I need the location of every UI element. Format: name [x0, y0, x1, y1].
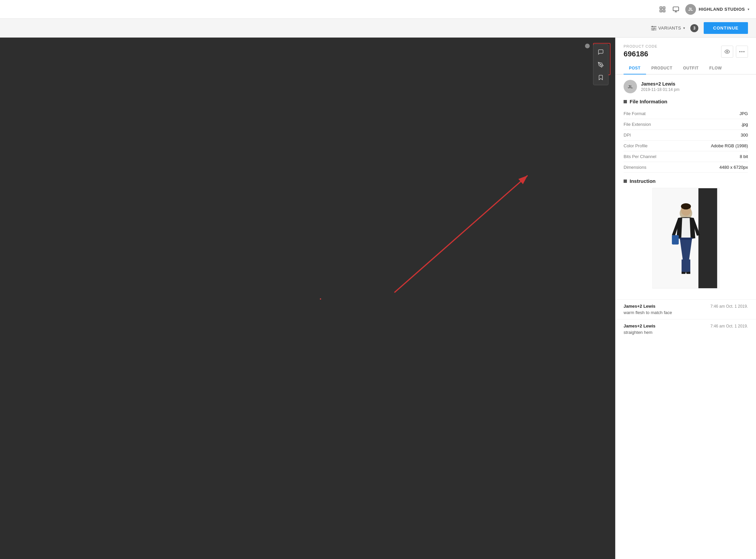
sub-toolbar: VARIANTS ▾ 3 CONTINUE [0, 19, 756, 38]
svg-rect-1 [663, 7, 665, 9]
svg-rect-25 [681, 260, 686, 272]
tab-post[interactable]: POST [623, 62, 646, 74]
tab-product[interactable]: PRODUCT [646, 62, 678, 74]
file-info-row: File FormatJPG [623, 108, 748, 119]
svg-rect-27 [672, 235, 679, 245]
svg-point-17 [739, 51, 740, 52]
comment-author: James+2 Lewis [623, 323, 656, 329]
comment-author: James+2 Lewis [623, 304, 656, 309]
file-info-label: File Extension [623, 119, 682, 130]
user-details: James+2 Lewis 2019-11-18 01:14 pm [641, 81, 680, 92]
file-info-row: Dimensions4480 x 6720px [623, 162, 748, 173]
comment-text: warm flesh to match face [623, 310, 748, 315]
file-info-label: Bits Per Channel [623, 151, 682, 162]
comment-entry: James+2 Lewis 7:46 am Oct. 1 2019. warm … [616, 299, 756, 319]
user-display-name: James+2 Lewis [641, 81, 680, 87]
file-info-table: File FormatJPGFile Extension.jpgDPI300Co… [623, 108, 748, 173]
file-info-row: DPI300 [623, 130, 748, 140]
product-code-label: PRODUCT CODE [623, 44, 657, 48]
comments-container: James+2 Lewis 7:46 am Oct. 1 2019. warm … [616, 299, 756, 339]
instruction-title: Instruction [623, 178, 748, 184]
svg-point-13 [600, 64, 601, 65]
product-code-value: 696186 [623, 50, 657, 59]
file-info-value: Adobe RGB (1998) [682, 140, 748, 151]
file-info-value: JPG [682, 108, 748, 119]
file-info-label: Color Profile [623, 140, 682, 151]
nav-icons [658, 5, 680, 14]
monitor-icon[interactable] [672, 5, 680, 14]
instruction-section: Instruction [616, 178, 756, 299]
comment-time: 7:46 am Oct. 1 2019. [710, 324, 748, 329]
eye-button[interactable] [721, 46, 733, 58]
product-header-actions [721, 46, 748, 58]
file-info-label: Dimensions [623, 162, 682, 173]
product-info: PRODUCT CODE 696186 [623, 44, 657, 59]
instruction-icon [623, 180, 627, 183]
section-icon [623, 100, 627, 103]
settings-icon[interactable] [658, 5, 666, 14]
tab-outfit[interactable]: OUTFIT [678, 62, 704, 74]
bookmark-tool-button[interactable] [595, 71, 607, 84]
main-layout: PRODUCT CODE 696186 [0, 38, 756, 559]
more-options-button[interactable] [736, 46, 748, 58]
svg-rect-0 [660, 7, 662, 9]
svg-point-24 [681, 203, 691, 210]
variants-chevron-icon: ▾ [683, 26, 685, 30]
top-nav: JL HIGHLAND STUDIOS ▾ [0, 0, 756, 19]
continue-button[interactable]: CONTINUE [704, 22, 748, 34]
avatar: JL [623, 80, 637, 93]
annotation-dot [585, 44, 590, 48]
tab-flow[interactable]: FLOW [704, 62, 727, 74]
comment-time: 7:46 am Oct. 1 2019. [710, 304, 748, 309]
tabs: POST PRODUCT OUTFIT FLOW [616, 62, 756, 74]
annotation-arrow [0, 38, 615, 559]
file-info-value: 8 bit [682, 151, 748, 162]
file-info-value: 4480 x 6720px [682, 162, 748, 173]
comment-header: James+2 Lewis 7:46 am Oct. 1 2019. [623, 304, 748, 309]
svg-line-15 [395, 176, 528, 293]
user-info: JL James+2 Lewis 2019-11-18 01:14 pm [616, 74, 756, 99]
pen-tool-button[interactable] [595, 59, 607, 71]
file-information-section: File Information File FormatJPGFile Exte… [616, 99, 756, 178]
variants-label: VARIANTS [658, 25, 681, 30]
instruction-image [653, 188, 719, 289]
canvas-toolbar [593, 44, 609, 85]
user-timestamp: 2019-11-18 01:14 pm [641, 87, 680, 92]
svg-rect-2 [660, 10, 662, 12]
file-info-label: File Format [623, 108, 682, 119]
svg-rect-21 [698, 188, 717, 288]
svg-rect-26 [686, 260, 690, 272]
file-info-title: File Information [623, 99, 748, 104]
variants-count: 3 [690, 24, 698, 32]
user-badge[interactable]: JL HIGHLAND STUDIOS ▾ [685, 4, 749, 15]
file-info-value: 300 [682, 130, 748, 140]
right-panel: PRODUCT CODE 696186 [615, 38, 756, 559]
product-header: PRODUCT CODE 696186 [616, 38, 756, 62]
svg-rect-4 [673, 7, 679, 11]
svg-point-16 [727, 51, 728, 52]
user-avatar: JL [685, 4, 696, 15]
comment-header: James+2 Lewis 7:46 am Oct. 1 2019. [623, 323, 748, 329]
svg-rect-3 [663, 10, 665, 12]
svg-point-18 [741, 51, 742, 52]
canvas-area [0, 38, 615, 559]
comment-text: straighten hem [623, 330, 748, 335]
file-info-value: .jpg [682, 119, 748, 130]
studio-name: HIGHLAND STUDIOS [699, 7, 745, 12]
file-info-label: DPI [623, 130, 682, 140]
file-info-row: Color ProfileAdobe RGB (1998) [623, 140, 748, 151]
svg-point-19 [743, 51, 744, 52]
center-dot [320, 298, 321, 299]
chevron-down-icon: ▾ [748, 7, 749, 11]
file-info-row: Bits Per Channel8 bit [623, 151, 748, 162]
comment-tool-button[interactable] [595, 46, 607, 58]
comment-entry: James+2 Lewis 7:46 am Oct. 1 2019. strai… [616, 319, 756, 339]
file-info-row: File Extension.jpg [623, 119, 748, 130]
variants-button[interactable]: VARIANTS ▾ [651, 25, 685, 30]
